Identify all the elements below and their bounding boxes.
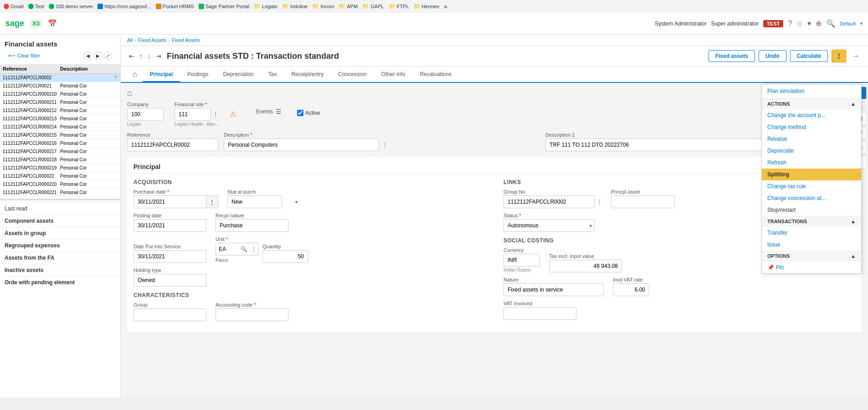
exit-button[interactable]: →: [850, 50, 862, 62]
help-icon[interactable]: ?: [788, 20, 792, 28]
more-actions-button[interactable]: ⋮: [832, 50, 846, 62]
tab-other-info[interactable]: Other info: [374, 67, 413, 82]
financial-site-icon[interactable]: ⋮: [213, 111, 218, 118]
reference-input[interactable]: [127, 138, 218, 151]
tab-concession[interactable]: Concession: [331, 67, 374, 82]
sidebar-row[interactable]: 1112112FAPCCLR000219Personal Cor: [0, 164, 120, 172]
nav-expand-btn[interactable]: ⤢: [104, 51, 112, 60]
calendar-icon[interactable]: 📅: [48, 19, 57, 28]
group-no-icon[interactable]: ⋮: [596, 199, 602, 205]
fixed-assets-button[interactable]: Fixed assets: [709, 50, 755, 62]
arrow-down-icon[interactable]: ▾: [807, 19, 811, 28]
clear-filter-btn[interactable]: ⟵ Clear filter: [4, 52, 45, 62]
issue-item[interactable]: Issue: [762, 239, 861, 251]
recpt-nature-input[interactable]: [216, 219, 288, 232]
breadcrumb-fixed-assets-2[interactable]: Fixed Assets: [172, 37, 200, 43]
star-icon[interactable]: ☆: [796, 19, 803, 28]
bookmark-ftpl[interactable]: 📁 FTPL: [389, 3, 409, 10]
refresh-item[interactable]: Refresh: [762, 157, 861, 169]
nav-right-btn[interactable]: ▶: [94, 51, 102, 60]
nav-first-btn[interactable]: ⇤: [127, 51, 136, 61]
unit-more-icon[interactable]: ⋮: [249, 246, 258, 252]
tab-principal[interactable]: Principal: [143, 67, 180, 82]
sidebar-row-active[interactable]: 1112112FAPCCLR0002 ⊤: [0, 74, 120, 82]
nav-up-btn[interactable]: ↑: [138, 51, 144, 61]
bookmark-gapl[interactable]: 📁 GAPL: [362, 3, 384, 10]
depreciate-item[interactable]: Depreciate: [762, 145, 861, 157]
date-put-input[interactable]: [134, 250, 206, 263]
sidebar-row[interactable]: 1112112FAPCCLR000217Personal Cor: [0, 148, 120, 156]
sidebar-row[interactable]: 1112112FAPCCLR000221Personal Cor: [0, 189, 120, 197]
sidebar-row[interactable]: 1112112FAPCCLR000215Personal Cor: [0, 131, 120, 139]
purchase-date-btn[interactable]: ⋮: [206, 195, 218, 208]
stop-restart-item[interactable]: Stop/restart: [762, 204, 861, 216]
plan-simulation-item[interactable]: Plan simulation: [762, 84, 861, 98]
bookmark-sage-partner[interactable]: Sage Partner Portal: [199, 4, 250, 9]
nature-input[interactable]: [503, 283, 604, 296]
sidebar-row[interactable]: 1112112FAPCCLR000220Personal Cor: [0, 180, 120, 189]
transactions-collapse-icon[interactable]: ▲: [851, 219, 856, 224]
group-no-input[interactable]: [503, 195, 595, 208]
vat-invoiced-input[interactable]: [503, 307, 576, 320]
sidebar-assets-from-fa[interactable]: Assets from the FA: [0, 251, 120, 264]
desc-expand-icon[interactable]: ⋮: [382, 142, 388, 148]
tab-postings[interactable]: Postings: [180, 67, 216, 82]
sidebar-row[interactable]: 1112112FAPCCLR000214Personal Cor: [0, 123, 120, 131]
bookmark-legato[interactable]: 📁 Legato: [254, 3, 277, 10]
splitting-item[interactable]: Splitting: [762, 169, 861, 180]
financial-site-input[interactable]: [175, 108, 211, 121]
bookmark-apm[interactable]: 📁 APM: [339, 3, 358, 10]
sidebar-row[interactable]: 1112112FAPCCLR000210Personal Cor: [0, 90, 120, 98]
tab-depreciation[interactable]: Depreciation: [216, 67, 261, 82]
transfer-item[interactable]: Transfer: [762, 227, 861, 239]
company-input[interactable]: [127, 108, 164, 121]
sidebar-row[interactable]: 1112112FAPCCLR0021Personal Cor: [0, 82, 120, 90]
revalue-item[interactable]: Revalue: [762, 133, 861, 145]
invd-vat-input[interactable]: [613, 283, 649, 296]
currency-input[interactable]: [503, 254, 540, 266]
status-select[interactable]: Autonomous Grouped Sub-asset: [503, 219, 595, 232]
pin-item[interactable]: 📌 Pin: [762, 261, 861, 273]
active-checkbox[interactable]: [297, 110, 303, 116]
bookmark-more[interactable]: »: [444, 3, 447, 10]
stat-purch-select[interactable]: New Used Rebuilt: [227, 195, 282, 208]
unit-input[interactable]: [216, 244, 239, 254]
sidebar-row[interactable]: 1112112FAPCCLR000216Personal Cor: [0, 139, 120, 148]
quantity-input[interactable]: [262, 250, 308, 263]
search-header-icon[interactable]: 🔍: [826, 19, 835, 28]
sidebar-row[interactable]: 1112112FAPCCLR000213Personal Cor: [0, 115, 120, 123]
bookmark-indoline[interactable]: 📁 Indoline: [282, 3, 308, 10]
purchase-date-input[interactable]: [134, 195, 206, 208]
group-input[interactable]: [134, 308, 206, 321]
breadcrumb-all[interactable]: All: [127, 37, 133, 43]
sidebar-orde-pending[interactable]: Orde with pending element: [0, 276, 120, 288]
change-tax-rule-item[interactable]: Change tax rule: [762, 180, 861, 192]
breadcrumb-fixed-assets-1[interactable]: Fixed Assets: [138, 37, 166, 43]
sidebar-row[interactable]: 1112112FAPCCLR000211Personal Cor: [0, 98, 120, 107]
bookmark-test[interactable]: Test: [28, 4, 44, 9]
tax-excl-input[interactable]: [549, 260, 622, 272]
bookmark-crm[interactable]: https://crm.sagesof...: [98, 4, 151, 9]
accounting-code-input[interactable]: [216, 308, 288, 321]
undo-button[interactable]: Undo: [759, 50, 786, 62]
sidebar-row[interactable]: 1112112FAPCCLR00022Personal Cor: [0, 172, 120, 180]
holding-type-input[interactable]: [134, 274, 206, 287]
nav-down-btn[interactable]: ↓: [146, 51, 153, 61]
tab-receipt-entry[interactable]: Receipt/entry: [284, 67, 331, 82]
bookmark-demo[interactable]: 100 demo server: [49, 4, 93, 9]
sidebar-regrouped-expenses[interactable]: Regrouped expenses: [0, 239, 120, 251]
change-method-item[interactable]: Change method: [762, 121, 861, 133]
tab-home[interactable]: ⌂: [127, 67, 143, 83]
unit-search-icon[interactable]: 🔍: [239, 246, 249, 252]
posting-date-input[interactable]: [134, 219, 206, 232]
sidebar-row[interactable]: 1112112FAPCCLR000212Personal Cor: [0, 107, 120, 115]
default-arrow[interactable]: ▾: [860, 21, 863, 26]
sidebar-row[interactable]: 1112112FAPCCLR000218Personal Cor: [0, 156, 120, 164]
actions-collapse-icon[interactable]: ▲: [851, 101, 856, 107]
sidebar-inactive-assets[interactable]: Inactive assets: [0, 264, 120, 276]
calculate-button[interactable]: Calculate: [790, 50, 828, 62]
sidebar-component-assets[interactable]: Component assets: [0, 215, 120, 227]
bookmark-pocket[interactable]: Pocket HRMS: [156, 4, 194, 9]
princpl-asset-input[interactable]: [611, 195, 675, 208]
nav-left-btn[interactable]: ◀: [84, 51, 92, 60]
